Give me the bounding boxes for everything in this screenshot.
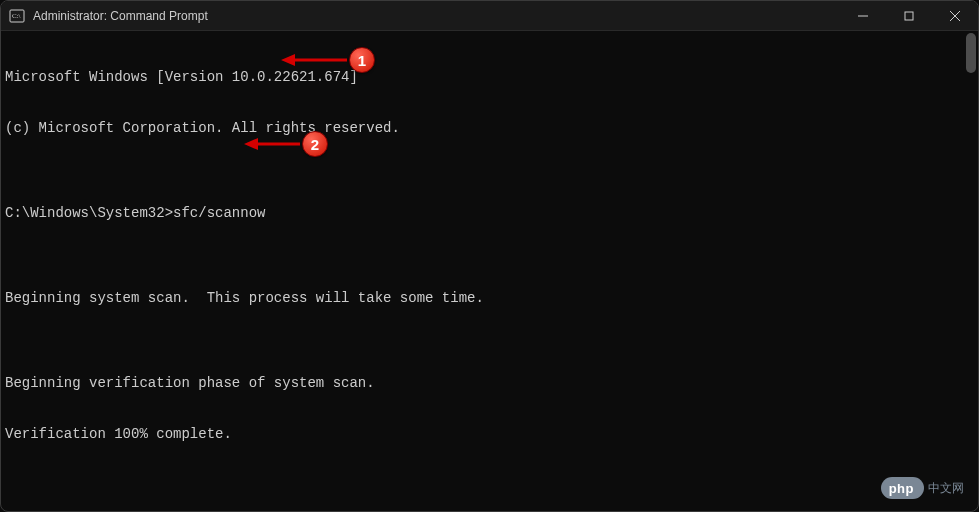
- close-button[interactable]: [932, 1, 978, 30]
- scrollbar-thumb[interactable]: [966, 33, 976, 73]
- maximize-button[interactable]: [886, 1, 932, 30]
- titlebar[interactable]: C:\ Administrator: Command Prompt: [1, 1, 978, 31]
- titlebar-left: C:\ Administrator: Command Prompt: [9, 8, 208, 24]
- terminal-output[interactable]: Microsoft Windows [Version 10.0.22621.67…: [1, 31, 978, 511]
- terminal-line: Microsoft Windows [Version 10.0.22621.67…: [5, 69, 974, 86]
- terminal-line: Beginning system scan. This process will…: [5, 290, 974, 307]
- terminal-line: (c) Microsoft Corporation. All rights re…: [5, 120, 974, 137]
- terminal-line: Verification 100% complete.: [5, 426, 974, 443]
- svg-rect-3: [905, 12, 913, 20]
- window-controls: [840, 1, 978, 30]
- terminal-line: C:\Windows\System32>sfc/scannow: [5, 205, 974, 222]
- command-prompt-window: C:\ Administrator: Command Prompt Micros…: [0, 0, 979, 512]
- window-title: Administrator: Command Prompt: [33, 9, 208, 23]
- cmd-icon: C:\: [9, 8, 25, 24]
- terminal-line: Beginning verification phase of system s…: [5, 375, 974, 392]
- vertical-scrollbar[interactable]: [966, 33, 976, 509]
- minimize-button[interactable]: [840, 1, 886, 30]
- svg-text:C:\: C:\: [12, 12, 21, 20]
